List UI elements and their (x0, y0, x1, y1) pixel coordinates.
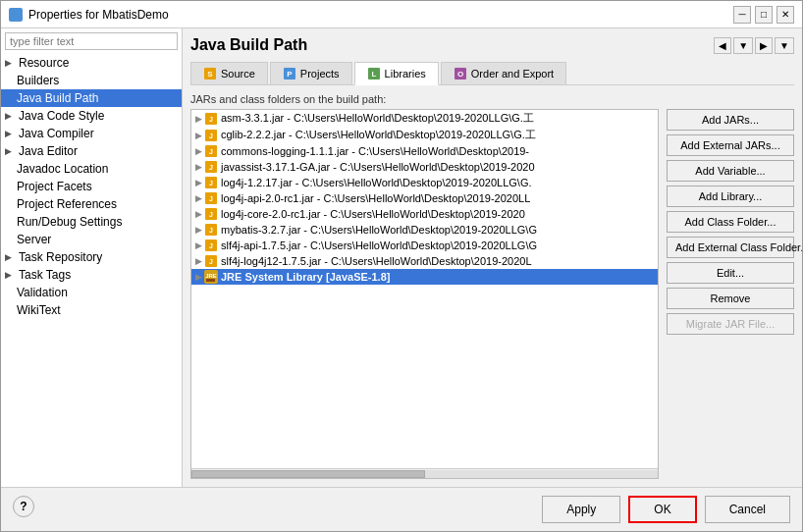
jar-list-item[interactable]: ▶ JRE JRE System Library [JavaSE-1.8] (191, 269, 658, 285)
jar-file-icon: J (204, 207, 218, 221)
jar-item-label: log4j-core-2.0-rc1.jar - C:\Users\HelloW… (221, 208, 525, 220)
nav-arrows: ◀ ▼ ▶ ▼ (714, 37, 794, 54)
add-jars-button[interactable]: Add JARs... (667, 109, 794, 131)
jar-item-label: javassist-3.17.1-GA.jar - C:\Users\Hello… (221, 161, 535, 173)
svg-text:J: J (209, 258, 213, 265)
dialog-icon (9, 8, 23, 22)
main-content: ▶ResourceBuildersJava Build Path▶Java Co… (1, 28, 802, 487)
sidebar-item-label: Task Repository (19, 250, 102, 264)
svg-rect-29 (206, 279, 209, 282)
right-panel: Java Build Path ◀ ▼ ▶ ▼ S Source P Proje… (183, 28, 802, 487)
close-button[interactable]: ✕ (776, 6, 794, 24)
horizontal-scrollbar[interactable] (191, 468, 658, 478)
panel-header: Java Build Path ◀ ▼ ▶ ▼ (190, 36, 794, 54)
sidebar-item-java-build-path[interactable]: Java Build Path (1, 89, 182, 107)
jar-list-item[interactable]: ▶ J slf4j-api-1.7.5.jar - C:\Users\Hello… (191, 238, 658, 253)
svg-rect-31 (212, 279, 215, 282)
svg-text:J: J (209, 242, 213, 249)
svg-text:J: J (209, 116, 213, 123)
tab-projects[interactable]: P Projects (270, 62, 352, 84)
apply-button[interactable]: Apply (542, 496, 620, 523)
sidebar-item-task-repository[interactable]: ▶Task Repository (1, 248, 182, 266)
tab-label: Source (221, 68, 255, 80)
jar-expand-icon: ▶ (195, 162, 202, 172)
jar-list-item[interactable]: ▶ J slf4j-log4j12-1.7.5.jar - C:\Users\H… (191, 253, 658, 269)
sidebar-item-validation[interactable]: Validation (1, 284, 182, 301)
jar-list-item[interactable]: ▶ J asm-3.3.1.jar - C:\Users\HelloWorld\… (191, 110, 658, 127)
sidebar-item-resource[interactable]: ▶Resource (1, 54, 182, 72)
sidebar-item-java-compiler[interactable]: ▶Java Compiler (1, 125, 182, 142)
jar-list-item[interactable]: ▶ J cglib-2.2.2.jar - C:\Users\HelloWorl… (191, 127, 658, 143)
jar-expand-icon: ▶ (195, 131, 202, 140)
jar-file-icon: J (204, 160, 218, 174)
add-library-button[interactable]: Add Library... (667, 186, 794, 207)
svg-text:J: J (209, 195, 213, 202)
filter-input[interactable] (5, 32, 178, 50)
sidebar-item-java-code-style[interactable]: ▶Java Code Style (1, 107, 182, 125)
nav-forward-button[interactable]: ▶ (755, 37, 773, 54)
jar-list-item[interactable]: ▶ J log4j-1.2.17.jar - C:\Users\HelloWor… (191, 175, 658, 190)
source-tab-icon: S (203, 67, 217, 80)
projects-tab-icon: P (283, 67, 296, 80)
expand-arrow-icon: ▶ (5, 146, 15, 156)
sidebar-item-project-references[interactable]: Project References (1, 195, 182, 213)
jar-list-item[interactable]: ▶ J log4j-core-2.0-rc1.jar - C:\Users\He… (191, 206, 658, 222)
nav-back-button[interactable]: ◀ (714, 37, 731, 54)
sidebar-item-run-debug-settings[interactable]: Run/Debug Settings (1, 213, 182, 231)
sidebar-item-server[interactable]: Server (1, 231, 182, 248)
jar-file-icon: J (204, 176, 218, 189)
add-variable-button[interactable]: Add Variable... (667, 160, 794, 182)
panel-title: Java Build Path (190, 36, 307, 54)
sidebar-item-label: Java Editor (19, 144, 78, 158)
jar-file-icon: J (204, 144, 218, 158)
sidebar-item-task-tags[interactable]: ▶Task Tags (1, 266, 182, 284)
svg-text:J: J (209, 211, 213, 218)
jar-list-item[interactable]: ▶ J commons-logging-1.1.1.jar - C:\Users… (191, 143, 658, 159)
nav-forward-dropdown-button[interactable]: ▼ (775, 37, 794, 54)
remove-button[interactable]: Remove (667, 288, 794, 309)
jar-list-item[interactable]: ▶ J mybatis-3.2.7.jar - C:\Users\HelloWo… (191, 222, 658, 238)
sidebar-item-builders[interactable]: Builders (1, 72, 182, 89)
jar-item-label: asm-3.3.1.jar - C:\Users\HelloWorld\Desk… (221, 111, 534, 126)
sidebar-item-label: Javadoc Location (17, 162, 108, 176)
tab-order-export[interactable]: O Order and Export (441, 62, 566, 84)
jar-list-item[interactable]: ▶ J log4j-api-2.0-rc1.jar - C:\Users\Hel… (191, 190, 658, 206)
expand-arrow-icon: ▶ (5, 111, 15, 121)
tab-source[interactable]: S Source (190, 62, 268, 84)
jar-list-item[interactable]: ▶ J javassist-3.17.1-GA.jar - C:\Users\H… (191, 159, 658, 175)
jar-item-label: cglib-2.2.2.jar - C:\Users\HelloWorld\De… (221, 128, 536, 142)
maximize-button[interactable]: □ (755, 6, 773, 24)
add-external-class-folder-button[interactable]: Add External Class Folder... (667, 237, 794, 258)
jar-file-icon: J (204, 239, 218, 252)
sidebar-item-wiki-text[interactable]: WikiText (1, 301, 182, 319)
jar-expand-icon: ▶ (195, 272, 202, 282)
edit-button[interactable]: Edit... (667, 262, 794, 284)
help-button[interactable]: ? (13, 496, 34, 517)
scrollbar-track (191, 470, 658, 478)
tab-libraries[interactable]: L Libraries (354, 62, 439, 85)
svg-text:J: J (209, 148, 213, 155)
jar-item-label: log4j-1.2.17.jar - C:\Users\HelloWorld\D… (221, 177, 532, 188)
tabs: S Source P Projects L Libraries O Order … (190, 62, 794, 85)
svg-text:JRE: JRE (205, 273, 217, 279)
add-external-jars-button[interactable]: Add External JARs... (667, 134, 794, 156)
nav-dropdown-button[interactable]: ▼ (733, 37, 753, 54)
cancel-button[interactable]: Cancel (705, 496, 790, 523)
sidebar-item-javadoc-location[interactable]: Javadoc Location (1, 160, 182, 178)
expand-arrow-icon: ▶ (5, 270, 15, 280)
jar-expand-icon: ▶ (195, 240, 202, 250)
expand-arrow-icon: ▶ (5, 58, 15, 68)
title-bar: Properties for MbatisDemo ─ □ ✕ (1, 1, 802, 28)
sidebar-item-project-facets[interactable]: Project Facets (1, 178, 182, 195)
jar-file-icon: J (204, 129, 218, 142)
ok-button[interactable]: OK (628, 496, 696, 523)
jar-list-label: JARs and class folders on the build path… (190, 93, 794, 105)
minimize-button[interactable]: ─ (733, 6, 751, 24)
sidebar-item-java-editor[interactable]: ▶Java Editor (1, 142, 182, 160)
jar-item-label: slf4j-api-1.7.5.jar - C:\Users\HelloWorl… (221, 239, 537, 251)
title-bar-controls: ─ □ ✕ (733, 6, 794, 24)
jar-file-icon: J (204, 112, 218, 126)
scrollbar-thumb[interactable] (191, 470, 425, 478)
add-class-folder-button[interactable]: Add Class Folder... (667, 211, 794, 233)
jar-expand-icon: ▶ (195, 225, 202, 235)
